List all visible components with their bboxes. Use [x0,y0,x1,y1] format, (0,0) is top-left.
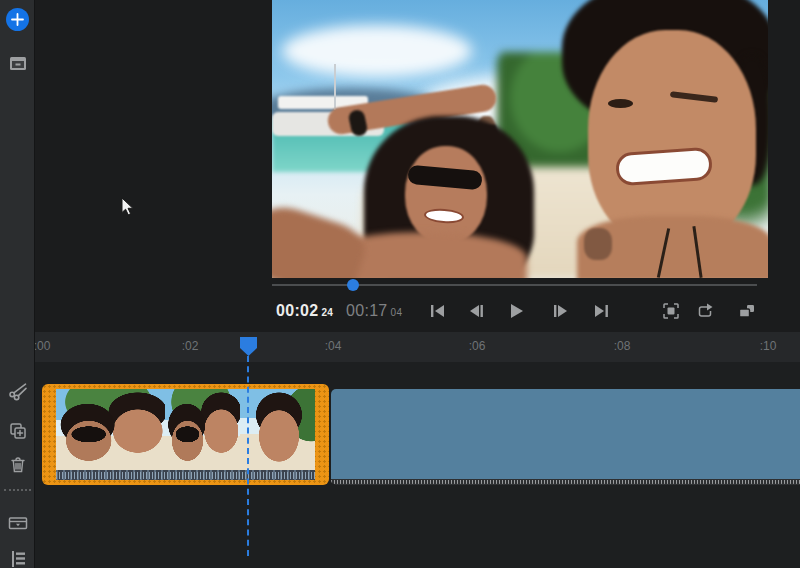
clip-content [56,389,315,480]
clip-thumbnail [685,389,800,479]
ruler-tick: :06 [469,339,486,353]
clip-thumbnail [331,389,449,479]
fullscreen-icon [662,302,680,320]
share-button[interactable] [692,298,718,324]
trash-icon [8,455,28,475]
cloud-icon [282,25,472,77]
track-controls-button[interactable] [0,544,35,568]
skip-to-start-icon [428,303,447,319]
timeline-clip[interactable] [331,389,800,485]
man-eye [608,99,633,108]
clip-thumbnail [567,389,685,479]
woman-face [405,146,487,244]
ruler-tick: :10 [760,339,777,353]
playhead-line [247,356,249,556]
orientation-icon [737,302,757,320]
ruler-tick: :08 [614,339,631,353]
skip-to-end-button[interactable] [588,298,614,324]
delete-clip-button[interactable] [0,450,35,480]
toolbar-sidebar [0,0,35,568]
cursor-arrow-icon [121,197,135,217]
scissors-icon [8,381,28,401]
current-timecode: 00:0224 [276,302,333,320]
plus-icon [6,8,29,31]
ruler-tick: :02 [182,339,199,353]
track-controls-icon [8,549,28,568]
duplicate-clip-button[interactable] [0,416,35,446]
clip-thumbnail [165,389,240,470]
preview-scrubber[interactable] [272,279,757,291]
media-browser-button[interactable] [0,48,35,78]
track-collapse-icon [7,514,29,532]
duplicate-icon [8,421,28,441]
clip-thumbnail [240,389,315,470]
play-button[interactable] [503,298,529,324]
timeline-track-area[interactable] [0,362,800,568]
app-window: 00:0224 00:1704 [0,0,800,568]
man-tattoo [584,228,612,260]
scrubber-track[interactable] [272,284,757,286]
next-frame-icon [551,303,570,319]
clip-thumbnails [56,389,315,470]
duration-time: 00:17 [346,302,388,319]
collapse-tracks-button[interactable] [0,508,35,538]
mouse-cursor [121,197,135,221]
media-browser-icon [8,55,28,72]
boat-mast [334,64,336,110]
playhead-handle[interactable] [240,337,257,356]
ruler-tick: :04 [325,339,342,353]
duration-frames: 04 [391,307,403,318]
timeline-clip-selected[interactable] [42,384,329,485]
clip-thumbnails [331,389,800,479]
skip-to-end-icon [592,303,611,319]
timeline-ruler[interactable]: :00 :02 :04 :06 :08 :10 [35,332,800,362]
play-icon [507,302,525,320]
ruler-tick: :00 [34,339,51,353]
duration-timecode: 00:1704 [346,302,402,320]
man-smile [615,147,713,187]
previous-frame-icon [467,303,486,319]
video-preview [272,0,768,278]
skip-to-start-button[interactable] [424,298,450,324]
split-clip-button[interactable] [0,376,35,406]
man-face [588,30,756,245]
previous-frame-button[interactable] [463,298,489,324]
current-frames: 24 [321,307,333,318]
current-time: 00:02 [276,302,318,319]
sidebar-divider [4,489,31,491]
audio-waveform [331,479,800,485]
transport-bar: 00:0224 00:1704 [0,294,800,332]
share-icon [696,302,715,320]
audio-waveform [56,470,315,480]
orientation-button[interactable] [734,298,760,324]
add-media-button[interactable] [0,4,35,34]
clip-thumbnail [56,389,165,470]
next-frame-button[interactable] [547,298,573,324]
scrubber-handle[interactable] [347,279,359,291]
fullscreen-button[interactable] [658,298,684,324]
clip-thumbnail [449,389,567,479]
